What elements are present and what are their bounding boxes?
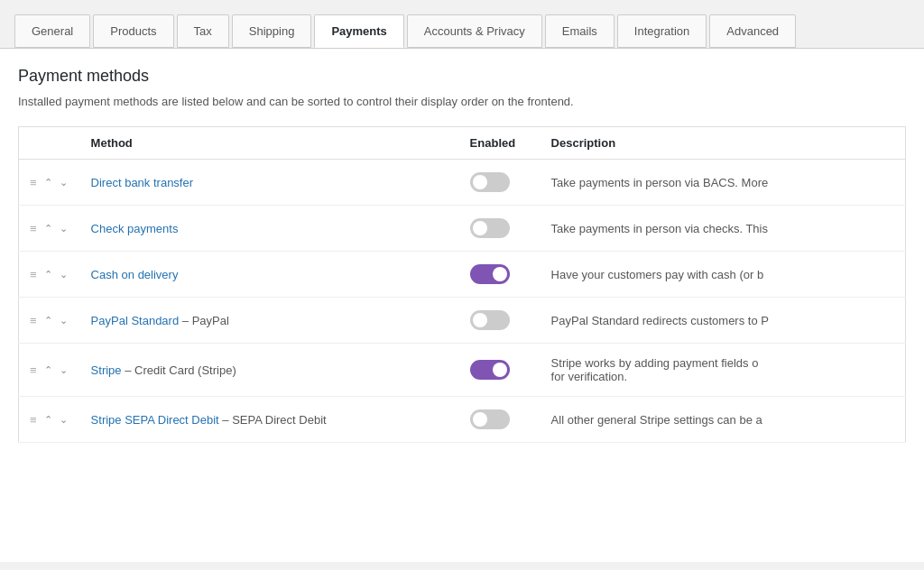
drag-cell: ≡ ⌃ ⌄ [19, 298, 80, 344]
move-down-button[interactable]: ⌄ [58, 268, 69, 281]
table-row: ≡ ⌃ ⌄ Check payments Take payments in pe… [19, 206, 906, 252]
description-cell: Have your customers pay with cash (or b [541, 252, 906, 298]
method-link-paypal-standard[interactable]: PayPal Standard [91, 314, 180, 327]
method-cell: Direct bank transfer [80, 160, 459, 206]
method-cell: Stripe SEPA Direct Debit – SEPA Direct D… [80, 397, 459, 443]
move-down-button[interactable]: ⌄ [58, 413, 69, 427]
row-controls: ≡ ⌃ ⌄ [30, 314, 69, 327]
toggle-direct-bank-transfer[interactable] [470, 172, 510, 192]
drag-handle-icon[interactable]: ≡ [30, 363, 37, 377]
row-controls: ≡ ⌃ ⌄ [30, 363, 69, 377]
tabs-nav: GeneralProductsTaxShippingPaymentsAccoun… [0, 0, 924, 48]
drag-cell: ≡ ⌃ ⌄ [19, 344, 80, 397]
drag-handle-icon[interactable]: ≡ [30, 413, 37, 427]
col-header-description: Description [541, 127, 906, 160]
enabled-cell[interactable] [459, 160, 541, 206]
toggle-slider-stripe[interactable] [470, 360, 510, 380]
move-up-button[interactable]: ⌃ [42, 413, 54, 427]
drag-handle-icon[interactable]: ≡ [30, 268, 37, 281]
drag-cell: ≡ ⌃ ⌄ [19, 206, 80, 252]
page-title: Payment methods [18, 67, 906, 86]
tab-integration[interactable]: Integration [617, 14, 707, 48]
table-row: ≡ ⌃ ⌄ PayPal Standard – PayPal PayPal St… [19, 298, 906, 344]
toggle-slider-cash-on-delivery[interactable] [470, 264, 510, 284]
enabled-cell[interactable] [459, 298, 541, 344]
method-cell: Cash on delivery [80, 252, 459, 298]
toggle-slider-direct-bank-transfer[interactable] [470, 172, 510, 192]
toggle-paypal-standard[interactable] [470, 310, 510, 330]
content-area: Payment methods Installed payment method… [0, 48, 924, 562]
row-controls: ≡ ⌃ ⌄ [30, 268, 69, 281]
enabled-cell[interactable] [459, 206, 541, 252]
description-cell: Stripe works by adding payment fields o … [541, 344, 906, 397]
row-controls: ≡ ⌃ ⌄ [30, 222, 69, 235]
toggle-stripe-sepa[interactable] [470, 409, 510, 429]
tab-accounts-privacy[interactable]: Accounts & Privacy [407, 14, 542, 48]
method-cell: Check payments [80, 206, 459, 252]
drag-handle-icon[interactable]: ≡ [30, 314, 37, 327]
row-controls: ≡ ⌃ ⌄ [30, 413, 69, 427]
method-link-check-payments[interactable]: Check payments [91, 222, 179, 235]
move-up-button[interactable]: ⌃ [42, 363, 54, 377]
move-down-button[interactable]: ⌄ [58, 176, 69, 189]
toggle-check-payments[interactable] [470, 218, 510, 238]
move-down-button[interactable]: ⌄ [58, 314, 69, 327]
tab-emails[interactable]: Emails [545, 14, 614, 48]
enabled-cell[interactable] [459, 397, 541, 443]
payment-methods-table: Method Enabled Description ≡ ⌃ ⌄ Direct … [18, 126, 906, 443]
move-up-button[interactable]: ⌃ [42, 314, 54, 327]
method-link-direct-bank-transfer[interactable]: Direct bank transfer [91, 176, 193, 189]
enabled-cell[interactable] [459, 252, 541, 298]
method-link-cash-on-delivery[interactable]: Cash on delivery [91, 268, 179, 281]
col-header-enabled: Enabled [459, 127, 541, 160]
enabled-cell[interactable] [459, 344, 541, 397]
toggle-slider-paypal-standard[interactable] [470, 310, 510, 330]
table-row: ≡ ⌃ ⌄ Direct bank transfer Take payments… [19, 160, 906, 206]
drag-cell: ≡ ⌃ ⌄ [19, 252, 80, 298]
toggle-slider-stripe-sepa[interactable] [470, 409, 510, 429]
move-up-button[interactable]: ⌃ [42, 268, 54, 281]
drag-handle-icon[interactable]: ≡ [30, 176, 37, 189]
drag-cell: ≡ ⌃ ⌄ [19, 397, 80, 443]
tab-tax[interactable]: Tax [177, 14, 229, 48]
page-description: Installed payment methods are listed bel… [18, 95, 906, 108]
tab-advanced[interactable]: Advanced [709, 14, 796, 48]
table-row: ≡ ⌃ ⌄ Stripe – Credit Card (Stripe) Stri… [19, 344, 906, 397]
description-cell: Take payments in person via BACS. More [541, 160, 906, 206]
col-header-method: Method [80, 127, 459, 160]
move-up-button[interactable]: ⌃ [42, 222, 54, 235]
method-link-stripe[interactable]: Stripe [91, 363, 122, 377]
table-row: ≡ ⌃ ⌄ Stripe SEPA Direct Debit – SEPA Di… [19, 397, 906, 443]
description-cell: All other general Stripe settings can be… [541, 397, 906, 443]
tab-payments[interactable]: Payments [314, 14, 403, 48]
table-row: ≡ ⌃ ⌄ Cash on delivery Have your custome… [19, 252, 906, 298]
method-subtitle: – PayPal [182, 314, 229, 327]
col-header-drag [19, 127, 80, 160]
toggle-cash-on-delivery[interactable] [470, 264, 510, 284]
move-up-button[interactable]: ⌃ [42, 176, 54, 189]
method-link-stripe-sepa[interactable]: Stripe SEPA Direct Debit [91, 413, 219, 427]
toggle-stripe[interactable] [470, 360, 510, 380]
method-cell: Stripe – Credit Card (Stripe) [80, 344, 459, 397]
tab-products[interactable]: Products [93, 14, 173, 48]
description-cell: PayPal Standard redirects customers to P [541, 298, 906, 344]
table-header-row: Method Enabled Description [19, 127, 906, 160]
tab-general[interactable]: General [14, 14, 90, 48]
toggle-slider-check-payments[interactable] [470, 218, 510, 238]
drag-handle-icon[interactable]: ≡ [30, 222, 37, 235]
drag-cell: ≡ ⌃ ⌄ [19, 160, 80, 206]
tab-shipping[interactable]: Shipping [232, 14, 312, 48]
method-subtitle: – SEPA Direct Debit [222, 413, 326, 427]
method-cell: PayPal Standard – PayPal [80, 298, 459, 344]
method-subtitle: – Credit Card (Stripe) [125, 363, 236, 377]
move-down-button[interactable]: ⌄ [58, 363, 69, 377]
description-cell: Take payments in person via checks. This [541, 206, 906, 252]
row-controls: ≡ ⌃ ⌄ [30, 176, 69, 189]
move-down-button[interactable]: ⌄ [58, 222, 69, 235]
